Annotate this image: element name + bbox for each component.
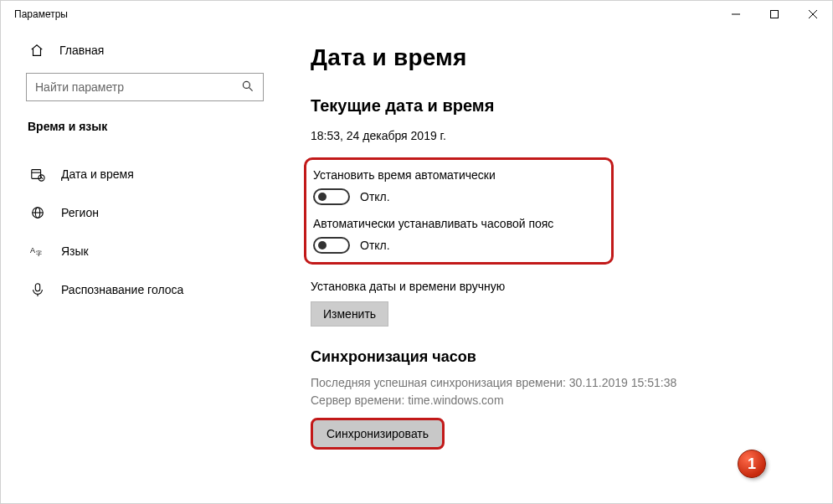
svg-text:字: 字 (36, 249, 42, 257)
close-button[interactable] (794, 1, 832, 28)
home-label: Главная (59, 44, 104, 57)
auto-tz-label: Автоматически устанавливать часовой пояс (313, 217, 601, 230)
section-current-title: Текущие дата и время (311, 96, 815, 116)
sidebar-item-language[interactable]: A字 Язык (26, 232, 264, 270)
sidebar-item-speech[interactable]: Распознавание голоса (26, 270, 264, 309)
search-input[interactable] (35, 80, 241, 94)
sidebar-item-label: Регион (61, 206, 99, 219)
last-sync-text: Последняя успешная синхронизация времени… (311, 374, 815, 392)
svg-rect-1 (771, 11, 779, 18)
auto-tz-state: Откл. (360, 239, 390, 252)
manual-setting-label: Установка даты и времени вручную (311, 280, 815, 293)
category-title: Время и язык (26, 120, 264, 133)
search-box[interactable] (26, 73, 264, 101)
sidebar-item-label: Дата и время (61, 167, 134, 181)
home-icon (29, 43, 46, 58)
sidebar-item-region[interactable]: Регион (26, 193, 264, 232)
auto-time-state: Откл. (360, 190, 390, 203)
titlebar: Параметры (1, 1, 832, 28)
svg-line-10 (42, 178, 44, 179)
auto-tz-toggle-row: Откл. (313, 237, 601, 254)
highlight-box-toggles: Установить время автоматически Откл. Авт… (304, 157, 614, 265)
minimize-button[interactable] (717, 1, 755, 28)
sidebar-item-datetime[interactable]: Дата и время (26, 155, 264, 193)
microphone-icon (29, 282, 46, 297)
content: Главная Время и язык Дата и время Ре (1, 28, 832, 503)
search-icon (241, 80, 255, 95)
home-link[interactable]: Главная (26, 28, 264, 73)
window-title: Параметры (14, 8, 68, 20)
svg-rect-16 (35, 284, 39, 291)
time-server-text: Сервер времени: time.windows.com (311, 392, 815, 409)
sidebar-item-label: Распознавание голоса (61, 283, 183, 296)
svg-text:A: A (30, 246, 35, 255)
settings-window: Параметры Главная (0, 0, 833, 504)
window-controls (717, 1, 832, 28)
auto-time-label: Установить время автоматически (313, 168, 601, 182)
current-datetime-value: 18:53, 24 декабря 2019 г. (311, 129, 815, 142)
annotation-badge-1: 1 (738, 450, 766, 478)
auto-time-toggle-row: Откл. (313, 188, 601, 205)
main-pane: Дата и время Текущие дата и время 18:53,… (277, 28, 832, 503)
auto-tz-toggle[interactable] (313, 237, 350, 254)
maximize-button[interactable] (755, 1, 794, 28)
svg-rect-6 (32, 170, 41, 179)
globe-icon (29, 205, 46, 220)
sidebar: Главная Время и язык Дата и время Ре (1, 28, 277, 503)
sidebar-item-label: Язык (61, 244, 89, 258)
auto-time-toggle[interactable] (313, 188, 350, 205)
svg-point-4 (243, 81, 249, 88)
sync-button[interactable]: Синхронизировать (311, 418, 445, 450)
change-button[interactable]: Изменить (311, 301, 388, 327)
language-icon: A字 (29, 244, 46, 259)
calendar-clock-icon (29, 167, 46, 182)
sync-section-title: Синхронизация часов (311, 348, 815, 366)
svg-line-5 (249, 87, 253, 90)
page-title: Дата и время (311, 44, 815, 71)
